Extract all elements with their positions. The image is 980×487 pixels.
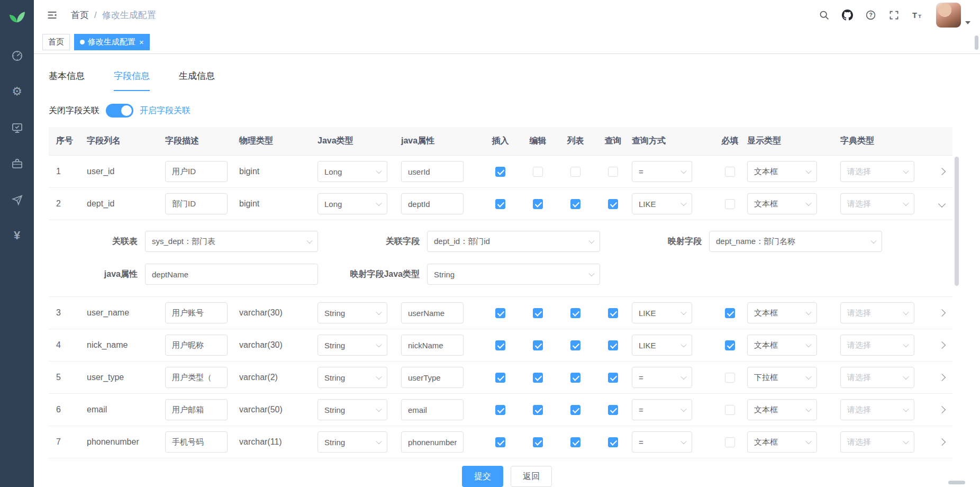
list-checkbox[interactable] — [570, 167, 580, 177]
display-type-select[interactable]: 文本框 — [747, 335, 817, 356]
java-attr-input[interactable] — [145, 264, 318, 285]
insert-checkbox[interactable] — [495, 340, 505, 350]
table-scrollbar-thumb[interactable] — [955, 157, 959, 286]
edit-checkbox[interactable] — [533, 340, 543, 350]
list-checkbox[interactable] — [570, 340, 580, 350]
relation-table-select[interactable]: sys_dept：部门表 — [145, 231, 318, 252]
query-type-select[interactable]: LIKE — [632, 335, 692, 356]
query-type-select[interactable]: = — [632, 399, 692, 420]
sidebar-item-finance[interactable]: ¥ — [10, 229, 24, 242]
display-type-select[interactable]: 下拉框 — [747, 367, 817, 388]
list-checkbox[interactable] — [570, 405, 580, 415]
required-checkbox[interactable] — [725, 199, 735, 209]
dict-type-select[interactable]: 请选择 — [840, 399, 914, 420]
column-desc-input[interactable] — [165, 335, 228, 356]
edit-checkbox[interactable] — [533, 405, 543, 415]
list-checkbox[interactable] — [570, 308, 580, 318]
sidebar-item-system[interactable]: ⚙ — [10, 85, 24, 98]
java-type-select[interactable]: String — [317, 302, 387, 323]
tag-home[interactable]: 首页 — [42, 34, 70, 50]
insert-checkbox[interactable] — [495, 405, 505, 415]
edit-checkbox[interactable] — [533, 167, 543, 177]
query-checkbox[interactable] — [608, 373, 618, 383]
query-checkbox[interactable] — [608, 405, 618, 415]
query-type-select[interactable]: = — [632, 431, 692, 453]
dict-type-select[interactable]: 请选择 — [840, 193, 914, 214]
required-checkbox[interactable] — [725, 373, 735, 383]
edit-checkbox[interactable] — [533, 308, 543, 318]
help-button[interactable]: ? — [860, 5, 881, 26]
required-checkbox[interactable] — [725, 405, 735, 415]
search-button[interactable] — [813, 5, 834, 26]
breadcrumb-home[interactable]: 首页 — [71, 9, 89, 21]
query-type-select[interactable]: LIKE — [632, 193, 692, 214]
query-checkbox[interactable] — [608, 340, 618, 350]
java-field-input[interactable] — [401, 431, 464, 453]
dict-type-select[interactable]: 请选择 — [840, 367, 914, 388]
expand-row-icon[interactable] — [938, 200, 946, 208]
expand-row-icon[interactable] — [938, 406, 946, 413]
user-menu[interactable] — [936, 3, 970, 28]
relation-field-select[interactable]: dept_id：部门id — [427, 231, 600, 252]
column-desc-input[interactable] — [165, 399, 228, 420]
insert-checkbox[interactable] — [495, 199, 505, 209]
column-desc-input[interactable] — [165, 193, 228, 214]
query-type-select[interactable]: = — [632, 367, 692, 388]
java-field-input[interactable] — [401, 367, 464, 388]
list-checkbox[interactable] — [570, 199, 580, 209]
required-checkbox[interactable] — [725, 308, 735, 318]
sidebar-item-monitor[interactable] — [10, 121, 24, 134]
back-button[interactable]: 返回 — [511, 466, 552, 487]
expand-row-icon[interactable] — [938, 341, 946, 349]
required-checkbox[interactable] — [725, 340, 735, 350]
java-field-input[interactable] — [401, 302, 464, 323]
expand-row-icon[interactable] — [938, 374, 946, 381]
java-field-input[interactable] — [401, 399, 464, 420]
java-type-select[interactable]: String — [317, 399, 387, 420]
query-type-select[interactable]: = — [632, 161, 692, 182]
java-type-select[interactable]: String — [317, 431, 387, 453]
display-type-select[interactable]: 文本框 — [747, 431, 817, 453]
display-type-select[interactable]: 文本框 — [747, 193, 817, 214]
display-type-select[interactable]: 文本框 — [747, 302, 817, 323]
dict-type-select[interactable]: 请选择 — [840, 302, 914, 323]
insert-checkbox[interactable] — [495, 167, 505, 177]
app-logo[interactable] — [0, 0, 34, 32]
mapping-field-select[interactable]: dept_name：部门名称 — [709, 231, 882, 252]
dict-type-select[interactable]: 请选择 — [840, 335, 914, 356]
java-type-select[interactable]: Long — [317, 161, 387, 182]
java-field-input[interactable] — [401, 161, 464, 182]
page-scrollbar-vertical-thumb[interactable] — [975, 35, 978, 50]
tab-field-info[interactable]: 字段信息 — [114, 70, 150, 91]
sidebar-item-deploy[interactable] — [10, 193, 24, 206]
tag-close-icon[interactable]: × — [139, 38, 144, 46]
list-checkbox[interactable] — [570, 373, 580, 383]
edit-checkbox[interactable] — [533, 199, 543, 209]
java-type-select[interactable]: String — [317, 335, 387, 356]
query-checkbox[interactable] — [608, 167, 618, 177]
tag-current[interactable]: 修改生成配置 × — [74, 34, 150, 50]
page-scrollbar-horizontal-thumb[interactable] — [948, 481, 965, 484]
insert-checkbox[interactable] — [495, 308, 505, 318]
expand-row-icon[interactable] — [938, 309, 946, 317]
submit-button[interactable]: 提交 — [462, 466, 503, 487]
edit-checkbox[interactable] — [533, 373, 543, 383]
sidebar-collapse-button[interactable] — [41, 5, 62, 26]
java-field-input[interactable] — [401, 193, 464, 214]
column-desc-input[interactable] — [165, 431, 228, 453]
insert-checkbox[interactable] — [495, 373, 505, 383]
dict-type-select[interactable]: 请选择 — [840, 161, 914, 182]
display-type-select[interactable]: 文本框 — [747, 399, 817, 420]
java-field-input[interactable] — [401, 335, 464, 356]
column-desc-input[interactable] — [165, 367, 228, 388]
sidebar-item-dashboard[interactable] — [10, 49, 24, 62]
mapping-java-type-select[interactable]: String — [427, 264, 600, 285]
dict-type-select[interactable]: 请选择 — [840, 431, 914, 453]
fullscreen-button[interactable] — [883, 5, 904, 26]
required-checkbox[interactable] — [725, 437, 735, 447]
github-button[interactable] — [837, 5, 858, 26]
tab-generate-info[interactable]: 生成信息 — [179, 70, 215, 91]
java-type-select[interactable]: Long — [317, 193, 387, 214]
query-type-select[interactable]: LIKE — [632, 302, 692, 323]
column-desc-input[interactable] — [165, 161, 228, 182]
